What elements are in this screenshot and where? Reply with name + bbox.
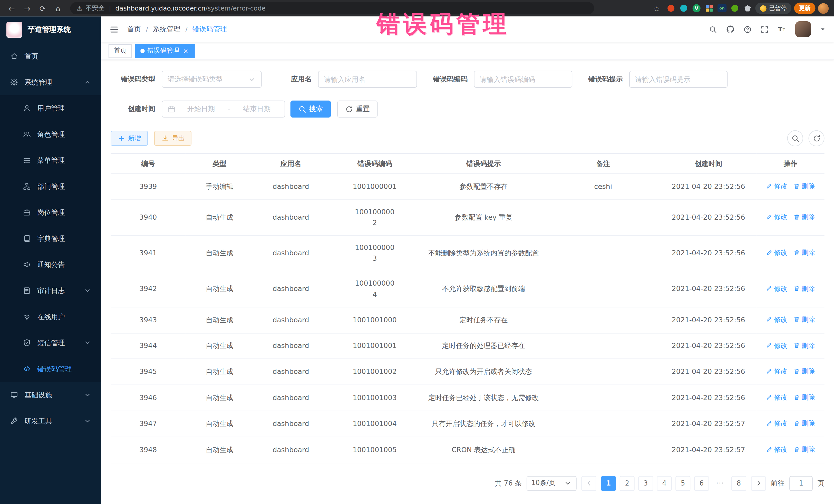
- delete-link[interactable]: 删除: [794, 340, 815, 350]
- col-code: 错误码编码: [328, 153, 421, 174]
- delete-link[interactable]: 删除: [794, 283, 815, 293]
- filter-error-code: 错误码编码: [432, 71, 572, 88]
- delete-link[interactable]: 删除: [794, 181, 815, 191]
- search-button[interactable]: 搜索: [290, 101, 331, 117]
- github-icon[interactable]: [726, 25, 734, 34]
- delete-link[interactable]: 删除: [794, 392, 815, 402]
- pager-page-2[interactable]: 2: [620, 476, 635, 491]
- fontsize-icon[interactable]: TT: [777, 25, 786, 34]
- pager-page-6[interactable]: 6: [694, 476, 709, 491]
- sidebar-item[interactable]: 部门管理: [0, 174, 101, 200]
- edit-link[interactable]: 修改: [766, 444, 787, 454]
- pager-page-5[interactable]: 5: [675, 476, 690, 491]
- breadcrumb-system[interactable]: 系统管理: [153, 24, 181, 34]
- avatar-caret-icon[interactable]: [820, 27, 826, 32]
- delete-link[interactable]: 删除: [794, 366, 815, 376]
- home-button[interactable]: ⌂: [51, 2, 64, 15]
- sidebar-item[interactable]: 用户管理: [0, 95, 101, 122]
- edit-link[interactable]: 修改: [766, 181, 787, 191]
- extension-icon-teal[interactable]: [679, 3, 689, 13]
- sidebar-item[interactable]: 错误码管理: [0, 356, 101, 382]
- error-hint-field[interactable]: [629, 71, 727, 88]
- pager-page-4[interactable]: 4: [657, 476, 672, 491]
- pager-page-1[interactable]: 1: [601, 476, 616, 491]
- extension-icon-red[interactable]: [666, 3, 676, 13]
- delete-link[interactable]: 删除: [794, 247, 815, 258]
- paused-badge[interactable]: 已暂停: [755, 3, 791, 14]
- breadcrumb-current: 错误码管理: [193, 24, 227, 34]
- sidebar-item[interactable]: 短信管理: [0, 330, 101, 356]
- error-code-field[interactable]: [474, 71, 572, 88]
- toggle-search-button[interactable]: [787, 130, 803, 146]
- reset-button[interactable]: 重置: [337, 101, 378, 117]
- extension-icon-green-v[interactable]: V: [692, 3, 702, 13]
- extension-icon-on-badge[interactable]: on: [717, 3, 727, 13]
- error-code-input[interactable]: [480, 75, 567, 83]
- fullscreen-icon[interactable]: [761, 25, 769, 33]
- sidebar-item[interactable]: 字典管理: [0, 225, 101, 252]
- error-hint-input[interactable]: [635, 75, 722, 83]
- forward-button[interactable]: →: [21, 2, 34, 15]
- hamburger-icon[interactable]: [110, 25, 118, 34]
- sidebar-item[interactable]: 系统管理: [0, 69, 101, 95]
- pager-goto-input[interactable]: [789, 476, 813, 491]
- search-icon: [791, 134, 799, 142]
- edit-link[interactable]: 修改: [766, 314, 787, 324]
- app-name-label: 应用名: [277, 74, 318, 84]
- sidebar-item[interactable]: 在线用户: [0, 304, 101, 330]
- cell-time: 2021-04-20 23:52:56: [660, 235, 756, 271]
- date-range-picker[interactable]: 开始日期 - 结束日期: [162, 101, 285, 117]
- update-button[interactable]: 更新: [794, 3, 815, 14]
- delete-link[interactable]: 删除: [794, 314, 815, 324]
- delete-link[interactable]: 删除: [794, 212, 815, 222]
- browser-profile-avatar[interactable]: [818, 3, 829, 13]
- sidebar-item[interactable]: 基础设施: [0, 382, 101, 408]
- table-toolbar: 新增 导出: [111, 130, 825, 146]
- cell-ops: 修改删除: [756, 333, 824, 359]
- sidebar-item[interactable]: 角色管理: [0, 122, 101, 148]
- sidebar-item[interactable]: 通知公告: [0, 251, 101, 278]
- edit-link[interactable]: 修改: [766, 283, 787, 293]
- extension-icon-grid[interactable]: [704, 3, 714, 13]
- edit-link[interactable]: 修改: [766, 340, 787, 350]
- edit-link[interactable]: 修改: [766, 392, 787, 402]
- bookmark-star-icon[interactable]: ☆: [651, 2, 663, 15]
- edit-link[interactable]: 修改: [766, 212, 787, 222]
- header-search-icon[interactable]: [709, 25, 717, 33]
- app-name-field[interactable]: [318, 71, 417, 88]
- address-bar[interactable]: ⚠ 不安全 | dashboard.yudao.iocoder.cn/syste…: [70, 2, 594, 14]
- app-name-input[interactable]: [324, 75, 411, 83]
- extension-icon-leaf[interactable]: [730, 3, 740, 13]
- delete-icon: [794, 368, 800, 374]
- edit-link[interactable]: 修改: [766, 247, 787, 258]
- page-content: 错误码类型 请选择错误码类型 应用名 错误码编码: [101, 60, 834, 504]
- delete-link[interactable]: 删除: [794, 444, 815, 454]
- breadcrumb-home[interactable]: 首页: [127, 24, 141, 34]
- user-avatar[interactable]: [795, 21, 811, 37]
- app-logo[interactable]: 芋道管理系统: [0, 17, 101, 43]
- add-button[interactable]: 新增: [111, 131, 148, 146]
- close-icon[interactable]: ×: [182, 47, 190, 54]
- back-button[interactable]: ←: [5, 2, 18, 15]
- help-icon[interactable]: [744, 25, 752, 33]
- edit-link[interactable]: 修改: [766, 418, 787, 428]
- sidebar-item[interactable]: 研发工具: [0, 408, 101, 434]
- refresh-table-button[interactable]: [809, 130, 825, 146]
- error-type-select[interactable]: 请选择错误码类型: [162, 71, 262, 88]
- tab-home[interactable]: 首页: [109, 44, 132, 58]
- pager-prev-button[interactable]: [581, 476, 596, 491]
- pager-page-3[interactable]: 3: [638, 476, 653, 491]
- edit-link[interactable]: 修改: [766, 366, 787, 376]
- pager-next-button[interactable]: [751, 476, 766, 491]
- page-size-select[interactable]: 10条/页: [527, 476, 577, 491]
- tab-error-code[interactable]: 错误码管理 ×: [135, 44, 195, 58]
- sidebar-item[interactable]: 菜单管理: [0, 147, 101, 174]
- delete-link[interactable]: 删除: [794, 418, 815, 428]
- sidebar-item[interactable]: 首页: [0, 43, 101, 69]
- sidebar-item[interactable]: 审计日志: [0, 278, 101, 304]
- export-button[interactable]: 导出: [154, 131, 192, 146]
- extension-icon-pin[interactable]: [742, 3, 752, 13]
- pager-page-8[interactable]: 8: [731, 476, 746, 491]
- sidebar-item[interactable]: 岗位管理: [0, 199, 101, 225]
- reload-button[interactable]: ⟳: [36, 2, 49, 15]
